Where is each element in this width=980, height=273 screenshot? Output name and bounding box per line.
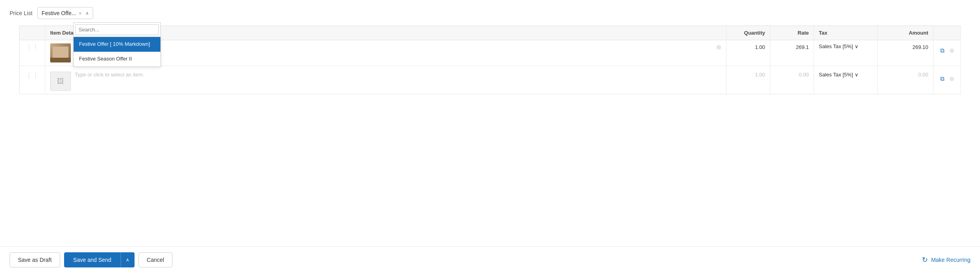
item-text-2[interactable]: Type or click to select an item.: [75, 72, 721, 78]
dropdown-item[interactable]: Festive Season Offer II: [74, 52, 160, 66]
drag-handle-cell-2: ⋮⋮: [20, 66, 45, 94]
tax-cell: Sales Tax [5%] ∨: [814, 40, 878, 66]
amount-cell-2: 0.00: [878, 66, 933, 94]
item-remove-icon[interactable]: ⊗: [716, 43, 721, 51]
drag-handle-cell: ⋮⋮: [20, 40, 45, 66]
quantity-cell-2: 1.00: [726, 66, 770, 94]
delete-row-icon[interactable]: ⊗: [948, 47, 956, 55]
row-actions-2: ⧉ ⊗: [938, 72, 956, 83]
price-list-row: Price List Festive Offe... × ∧ Festive O…: [10, 7, 970, 19]
arrow-up-icon: ∧: [126, 257, 129, 263]
row-actions: ⧉ ⊗: [938, 43, 956, 55]
row-actions-cell-2: ⧉ ⊗: [933, 66, 961, 94]
page-wrapper: Price List Festive Offe... × ∧ Festive O…: [0, 0, 980, 273]
clear-icon[interactable]: ×: [78, 10, 82, 16]
recurring-icon: ↻: [922, 255, 928, 264]
item-name: Bed: [75, 43, 721, 49]
top-area: Price List Festive Offe... × ∧ Festive O…: [0, 0, 980, 94]
rate-cell-2: 0.00: [770, 66, 814, 94]
col-header-quantity: Quantity: [726, 26, 770, 40]
quantity-cell: 1.00: [726, 40, 770, 66]
drag-handle-icon-2[interactable]: ⋮⋮: [24, 69, 40, 82]
quantity-value[interactable]: 1.00: [755, 44, 765, 50]
save-and-send-group: Save and Send ∧: [64, 252, 135, 267]
tax-select: Sales Tax [5%] ∨: [819, 43, 873, 49]
footer-bar: Save as Draft Save and Send ∧ Cancel ↻ M…: [0, 246, 980, 273]
col-header-actions: [933, 26, 961, 40]
tax-value: Sales Tax [5%]: [819, 43, 853, 49]
cancel-button[interactable]: Cancel: [139, 252, 173, 267]
rate-cell: 269.1: [770, 40, 814, 66]
row-actions-cell: ⧉ ⊗: [933, 40, 961, 66]
delete-row-icon-2[interactable]: ⊗: [948, 75, 956, 83]
col-header-rate: Rate: [770, 26, 814, 40]
price-list-dropdown: Festive Offer [ 10% Markdown] Festive Se…: [73, 22, 161, 67]
tax-value-2: Sales Tax [5%]: [819, 72, 853, 78]
drag-handle-icon[interactable]: ⋮⋮: [24, 41, 40, 54]
dropdown-list: Festive Offer [ 10% Markdown] Festive Se…: [73, 37, 161, 67]
quantity-value-2[interactable]: 1.00: [755, 72, 765, 78]
make-recurring-label: Make Recurring: [931, 257, 970, 263]
item-thumbnail-placeholder: 🖼: [50, 72, 71, 91]
price-list-selector: Festive Offe... × ∧ Festive Offer [ 10% …: [37, 7, 93, 19]
price-list-button[interactable]: Festive Offe... × ∧: [37, 7, 93, 19]
col-header-amount: Amount: [878, 26, 933, 40]
price-list-value: Festive Offe...: [42, 10, 76, 16]
item-placeholder-text[interactable]: Type or click to select an item.: [75, 72, 144, 78]
item-text: Bed Double Bed in Provincial Teak Finish: [75, 43, 721, 56]
col-header-tax: Tax: [814, 26, 878, 40]
chevron-up-icon[interactable]: ∧: [86, 11, 89, 16]
tax-select-2: Sales Tax [5%] ∨: [819, 72, 873, 78]
item-detail-cell-2: 🖼 Type or click to select an item.: [45, 66, 726, 94]
amount-value: 269.10: [912, 44, 928, 50]
make-recurring-button[interactable]: ↻ Make Recurring: [922, 255, 970, 264]
placeholder-image-icon: 🖼: [57, 77, 64, 86]
amount-cell: 269.10: [878, 40, 933, 66]
tax-cell-2: Sales Tax [5%] ∨: [814, 66, 878, 94]
save-and-send-button[interactable]: Save and Send: [64, 252, 121, 267]
item-description: Double Bed in Provincial Teak Finish: [75, 50, 721, 56]
amount-value-2: 0.00: [918, 72, 928, 78]
tax-chevron-down-icon-2[interactable]: ∨: [855, 72, 859, 78]
item-detail-inner-2: 🖼 Type or click to select an item.: [50, 72, 721, 91]
rate-value-2[interactable]: 0.00: [799, 72, 809, 78]
dropdown-item[interactable]: Festive Offer [ 10% Markdown]: [74, 37, 160, 52]
tax-chevron-down-icon[interactable]: ∨: [855, 43, 859, 49]
item-thumbnail: [50, 43, 71, 62]
table-row-placeholder: ⋮⋮ 🖼 Type or click to select an item.: [20, 66, 961, 94]
dropdown-search-box: [73, 22, 161, 37]
copy-row-icon-2[interactable]: ⧉: [938, 75, 946, 83]
rate-value[interactable]: 269.1: [796, 44, 809, 50]
dropdown-search-input[interactable]: [75, 24, 159, 35]
price-list-label: Price List: [10, 10, 33, 16]
copy-row-icon[interactable]: ⧉: [938, 47, 946, 55]
save-and-send-dropdown-button[interactable]: ∧: [121, 252, 135, 267]
save-as-draft-button[interactable]: Save as Draft: [10, 252, 60, 267]
col-header-drag: [20, 26, 45, 40]
